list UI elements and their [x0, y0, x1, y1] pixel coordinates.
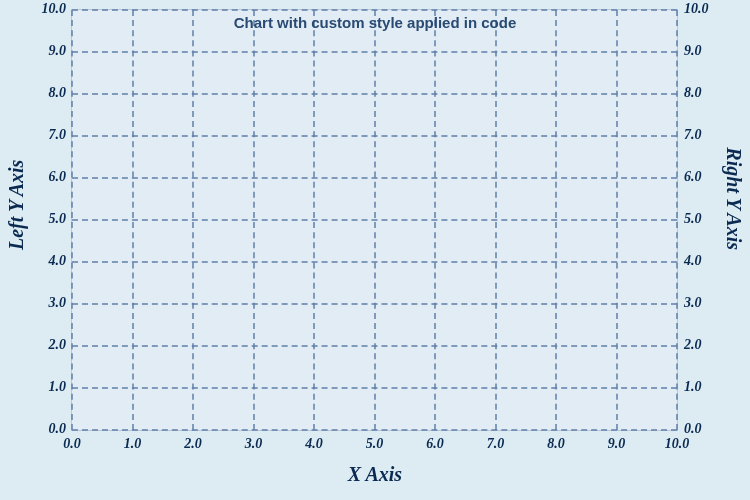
y-tick-left-label: 2.0 [6, 337, 66, 353]
y-tick-left-label: 9.0 [6, 43, 66, 59]
grid-line-horizontal [72, 429, 677, 431]
chart-container: Chart with custom style applied in code … [0, 0, 750, 500]
grid-line-horizontal [72, 303, 677, 305]
x-tick-label: 6.0 [415, 436, 455, 452]
y-tick-left-label: 6.0 [6, 169, 66, 185]
x-tick-label: 4.0 [294, 436, 334, 452]
y-tick-right-label: 2.0 [684, 337, 744, 353]
y-tick-left-label: 0.0 [6, 421, 66, 437]
grid-line-horizontal [72, 177, 677, 179]
grid-line-horizontal [72, 345, 677, 347]
x-tick-label: 1.0 [113, 436, 153, 452]
y-tick-left-label: 3.0 [6, 295, 66, 311]
x-tick-label: 9.0 [597, 436, 637, 452]
chart-title: Chart with custom style applied in code [0, 14, 750, 31]
y-tick-right-label: 6.0 [684, 169, 744, 185]
y-tick-right-label: 9.0 [684, 43, 744, 59]
y-tick-right-label: 5.0 [684, 211, 744, 227]
x-tick-label: 3.0 [234, 436, 274, 452]
y-tick-right-label: 3.0 [684, 295, 744, 311]
x-tick-label: 7.0 [476, 436, 516, 452]
right-y-axis-label: Right Y Axis [723, 147, 746, 250]
plot-area [72, 10, 677, 430]
grid-line-horizontal [72, 219, 677, 221]
x-tick-label: 2.0 [173, 436, 213, 452]
grid-line-horizontal [72, 9, 677, 11]
y-tick-left-label: 4.0 [6, 253, 66, 269]
y-tick-right-label: 8.0 [684, 85, 744, 101]
grid-line-horizontal [72, 51, 677, 53]
y-tick-right-label: 1.0 [684, 379, 744, 395]
grid-line-horizontal [72, 387, 677, 389]
x-axis-label: X Axis [0, 463, 750, 486]
y-tick-left-label: 8.0 [6, 85, 66, 101]
x-tick-label: 10.0 [657, 436, 697, 452]
y-tick-right-label: 0.0 [684, 421, 744, 437]
y-tick-left-label: 1.0 [6, 379, 66, 395]
grid-line-horizontal [72, 93, 677, 95]
y-tick-right-label: 4.0 [684, 253, 744, 269]
x-tick-label: 5.0 [355, 436, 395, 452]
x-tick-label: 8.0 [536, 436, 576, 452]
grid-line-horizontal [72, 261, 677, 263]
x-tick-label: 0.0 [52, 436, 92, 452]
grid-line-horizontal [72, 135, 677, 137]
y-tick-left-label: 7.0 [6, 127, 66, 143]
y-tick-right-label: 7.0 [684, 127, 744, 143]
y-tick-left-label: 5.0 [6, 211, 66, 227]
